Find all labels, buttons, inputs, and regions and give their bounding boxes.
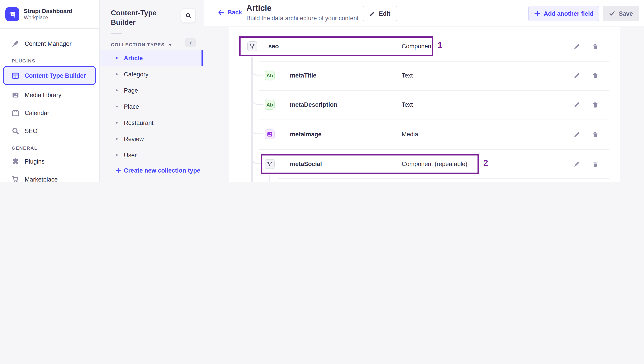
sidebar-item-marketplace[interactable]: Marketplace bbox=[0, 170, 99, 182]
add-another-field-button[interactable]: Add another field bbox=[528, 6, 599, 21]
edit-button[interactable]: Edit bbox=[362, 6, 397, 21]
main-nav: Content ManagerPLUGINSContent-Type Build… bbox=[0, 29, 99, 182]
bullet-icon bbox=[116, 138, 118, 140]
edit-field-button[interactable] bbox=[574, 101, 580, 108]
plus-icon bbox=[115, 168, 121, 173]
subnav-item-page[interactable]: Page bbox=[100, 82, 204, 98]
bullet-icon bbox=[116, 73, 118, 75]
save-label: Save bbox=[619, 10, 633, 17]
media-field-icon bbox=[266, 131, 273, 137]
add-field-label: Add another field bbox=[544, 10, 594, 17]
back-label: Back bbox=[228, 9, 242, 16]
subnav-item-user[interactable]: User bbox=[100, 147, 204, 163]
sidebar-item-label: SEO bbox=[25, 127, 38, 134]
subnav-item-label: Category bbox=[124, 71, 148, 78]
ctb-subnav: Content-Type Builder COLLECTION TYPES7Ar… bbox=[100, 0, 204, 182]
subnav-item-article[interactable]: Article bbox=[100, 50, 204, 66]
subnav-item-label: Review bbox=[124, 135, 144, 142]
bullet-icon bbox=[116, 154, 118, 156]
field-row-metaImage: metaImageMedia bbox=[229, 120, 620, 149]
subnav-action-create-new-collection-type[interactable]: Create new collection type bbox=[100, 163, 204, 178]
sidebar-item-content-type-builder[interactable]: Content-Type Builder bbox=[3, 66, 96, 85]
search-button[interactable] bbox=[181, 8, 196, 23]
workspace-title: Strapi Dashboard bbox=[24, 8, 72, 14]
page-header: Back Article Build the data architecture… bbox=[204, 0, 644, 27]
save-button[interactable]: Save bbox=[603, 6, 639, 21]
subnav-item-category[interactable]: Category bbox=[100, 66, 204, 82]
subnav-action-label: Create new collection type bbox=[124, 167, 200, 174]
field-row-metaTitle: AbmetaTitleText bbox=[229, 61, 620, 90]
content-manager-icon bbox=[12, 40, 19, 47]
field-type-icon bbox=[265, 159, 275, 169]
field-row-seo: seoComponent bbox=[229, 32, 620, 61]
field-type: Text bbox=[402, 72, 413, 79]
sidebar-item-label: Content Manager bbox=[25, 40, 72, 47]
workspace-header[interactable]: Strapi Dashboard Workplace bbox=[0, 0, 99, 29]
sidebar-item-seo[interactable]: SEO bbox=[0, 122, 99, 140]
sidebar-item-media-library[interactable]: Media Library bbox=[0, 86, 99, 104]
plugins-icon bbox=[12, 157, 19, 165]
subnav-item-label: Page bbox=[124, 87, 138, 94]
page-subtitle: Build the data architecture of your cont… bbox=[246, 15, 358, 22]
field-type: Component (repeatable) bbox=[402, 161, 468, 167]
field-type: Text bbox=[402, 101, 413, 108]
delete-field-button[interactable] bbox=[592, 131, 599, 138]
sidebar-item-label: Content-Type Builder bbox=[25, 72, 86, 79]
field-type-icon bbox=[247, 41, 257, 51]
sidebar-item-plugins[interactable]: Plugins bbox=[0, 152, 99, 170]
nav-section-header: PLUGINS bbox=[0, 56, 99, 65]
subnav-item-review[interactable]: Review bbox=[100, 131, 204, 147]
field-type-icon: Ab bbox=[265, 100, 275, 110]
field-name: metaDescription bbox=[290, 101, 338, 108]
component-field-icon bbox=[249, 43, 255, 49]
bullet-icon bbox=[116, 57, 118, 59]
section-label: COLLECTION TYPES bbox=[111, 42, 165, 47]
delete-field-button[interactable] bbox=[592, 101, 599, 108]
edit-field-button[interactable] bbox=[574, 72, 580, 79]
field-name: seo bbox=[268, 43, 279, 50]
page-title: Article bbox=[246, 4, 272, 13]
subnav-item-label: User bbox=[124, 152, 137, 158]
bullet-icon bbox=[116, 106, 118, 107]
back-link[interactable]: Back bbox=[218, 9, 242, 16]
field-row-metaSocial: metaSocialComponent (repeatable) bbox=[229, 149, 620, 179]
delete-field-button[interactable] bbox=[592, 161, 599, 167]
subnav-section-header[interactable]: COLLECTION TYPES7 bbox=[100, 39, 204, 50]
field-row-metaDescription: AbmetaDescriptionText bbox=[229, 90, 620, 119]
edit-field-button[interactable] bbox=[574, 131, 580, 138]
text-field-icon: Ab bbox=[266, 73, 273, 78]
divider bbox=[111, 33, 122, 34]
seo-icon bbox=[12, 127, 19, 135]
subnav-item-restaurant[interactable]: Restaurant bbox=[100, 115, 204, 131]
nav-section-header: GENERAL bbox=[0, 143, 99, 152]
field-type-icon bbox=[265, 129, 275, 139]
field-row-socialNetwork: socialNetworkEnumeration bbox=[229, 178, 620, 182]
delete-field-button[interactable] bbox=[592, 43, 599, 50]
workspace-subtitle: Workplace bbox=[24, 14, 72, 21]
field-type: Media bbox=[402, 131, 418, 138]
marketplace-icon bbox=[12, 175, 19, 182]
bullet-icon bbox=[116, 122, 118, 124]
caret-down-icon bbox=[168, 43, 172, 46]
field-name: metaSocial bbox=[290, 161, 322, 167]
field-name: metaTitle bbox=[290, 72, 316, 79]
field-type: Component bbox=[402, 43, 433, 50]
app-sidebar: Strapi Dashboard Workplace Content Manag… bbox=[0, 0, 100, 182]
edit-field-button[interactable] bbox=[574, 161, 580, 167]
strapi-logo-icon bbox=[6, 7, 19, 21]
subnav-item-place[interactable]: Place bbox=[100, 98, 204, 115]
sidebar-item-label: Media Library bbox=[25, 91, 62, 98]
section-count-badge: 7 bbox=[185, 38, 196, 47]
sidebar-item-calendar[interactable]: Calendar bbox=[0, 104, 99, 122]
sidebar-item-content-manager[interactable]: Content Manager bbox=[0, 35, 99, 53]
app-window: Strapi Dashboard Workplace Content Manag… bbox=[0, 0, 644, 182]
field-name: metaImage bbox=[290, 131, 322, 138]
subnav-item-label: Restaurant bbox=[124, 119, 154, 126]
sidebar-item-label: Plugins bbox=[25, 158, 45, 165]
subnav-item-label: Article bbox=[124, 55, 143, 61]
edit-field-button[interactable] bbox=[574, 43, 580, 50]
delete-field-button[interactable] bbox=[592, 72, 599, 79]
annotation-number-2: 2 bbox=[483, 158, 488, 168]
sidebar-item-label: Marketplace bbox=[25, 176, 58, 182]
content-type-builder-icon bbox=[12, 72, 19, 79]
